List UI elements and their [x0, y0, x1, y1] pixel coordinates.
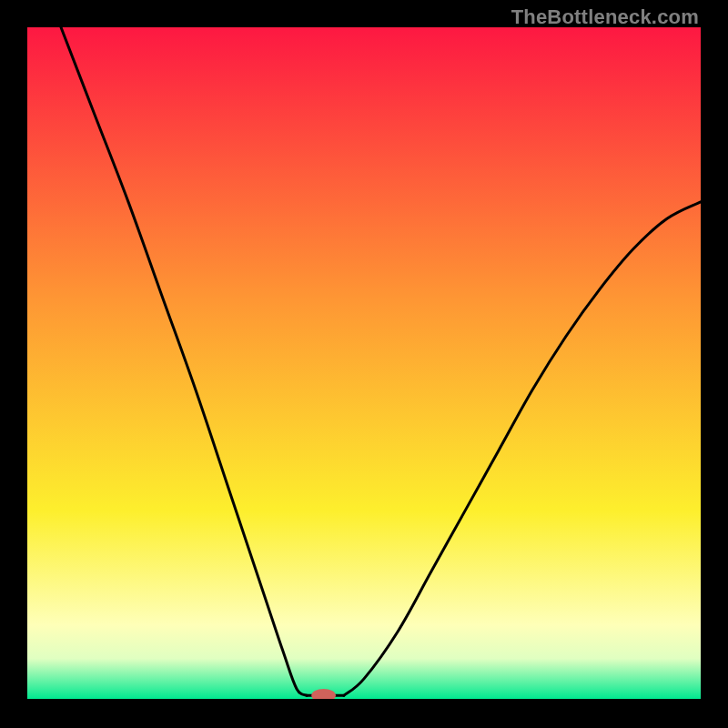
- watermark-text: TheBottleneck.com: [511, 5, 699, 29]
- chart-svg: [27, 27, 701, 699]
- gradient-background: [27, 27, 701, 699]
- plot-area: [27, 27, 701, 699]
- chart-frame: TheBottleneck.com: [0, 0, 728, 728]
